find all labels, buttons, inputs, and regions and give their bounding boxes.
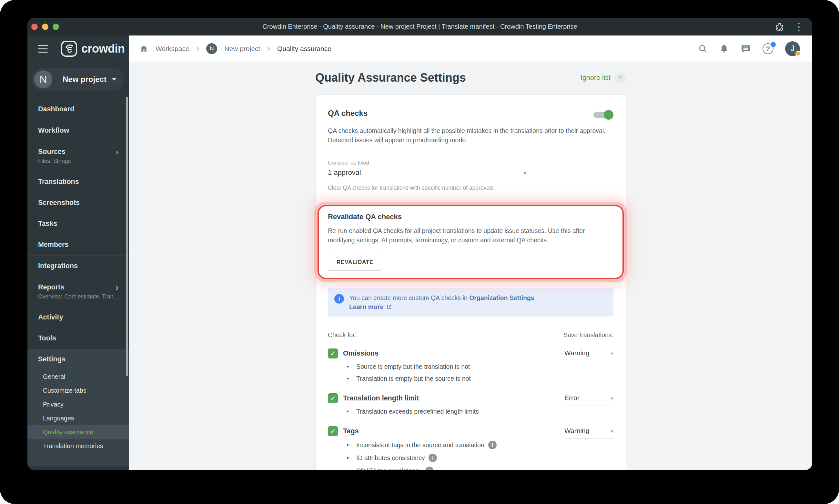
screenshot-frame: Crowdin Enterprise - Quality assurance -… <box>0 0 839 504</box>
organization-settings-link[interactable]: Organization Settings <box>469 294 534 301</box>
chevron-down-icon <box>112 78 117 81</box>
checks-list: ✓ Omissions • <box>328 348 613 470</box>
sidebar-item[interactable]: Translations › <box>28 171 129 192</box>
chevron-down-icon: ▾ <box>523 169 526 177</box>
crowdin-logo[interactable]: crowdin <box>61 40 125 57</box>
sidebar-item-settings[interactable]: Settings <box>28 349 129 370</box>
sidebar-item[interactable]: Sources › Files, Strings <box>28 141 129 171</box>
avatar-initial: J <box>791 44 795 53</box>
breadcrumb-project[interactable]: New project <box>224 45 260 53</box>
breadcrumb-current: Quality assurance <box>277 45 332 53</box>
consider-as-fixed-hint: Clear QA checks for translations with sp… <box>328 184 613 191</box>
check-row: ✓ Translation length limit <box>328 393 613 417</box>
help-icon[interactable]: ? <box>763 43 773 54</box>
sidebar-item-label: Settings <box>38 355 66 363</box>
user-avatar[interactable]: J <box>785 41 800 56</box>
check-bullet: • CDATA tag consistency i <box>346 467 497 470</box>
qa-checks-toggle[interactable] <box>593 110 613 120</box>
sidebar-item[interactable]: Tasks › <box>28 213 129 234</box>
qa-checks-description: QA checks automatically highlight all th… <box>328 126 613 145</box>
sidebar-item[interactable]: Members › <box>28 234 129 255</box>
breadcrumb-project-avatar: N <box>206 43 217 54</box>
check-bullet: • Source is empty but the translation is… <box>346 363 471 371</box>
sidebar: crowdin N New project Dashboard › <box>28 36 129 470</box>
settings-subitem-label: Quality assurance <box>43 429 93 436</box>
notifications-bell-icon[interactable] <box>719 44 729 54</box>
sidebar-item-label: Reports <box>38 283 64 291</box>
sidebar-item-label: Tasks <box>38 220 57 228</box>
consider-as-fixed-field: Consider as fixed 1 approval ▾ Clear QA … <box>328 160 613 191</box>
sidebar-item[interactable]: Screenshots › <box>28 192 129 213</box>
ignore-list-link[interactable]: Ignore list 0 <box>581 73 626 83</box>
check-bullets: • Source is empty but the translation is… <box>328 363 471 382</box>
check-label: Omissions <box>343 349 378 358</box>
severity-select[interactable]: Warning ▾ <box>565 349 613 361</box>
qa-checks-section: QA checks QA checks automatically highli… <box>328 109 613 191</box>
settings-subitem-label: Customize tabs <box>43 387 86 394</box>
severity-select[interactable]: Error ▾ <box>565 394 613 406</box>
sidebar-item[interactable]: Reports › Overview, Cost estimate, Tran… <box>28 277 129 307</box>
revalidate-button[interactable]: REVALIDATE <box>328 254 382 271</box>
sidebar-item[interactable]: Tools › <box>28 328 129 349</box>
extensions-icon[interactable] <box>775 22 784 32</box>
qa-checks-title: QA checks <box>328 109 368 118</box>
chevron-right-icon: › <box>115 149 119 155</box>
info-icon: i <box>334 294 344 304</box>
consider-as-fixed-select[interactable]: 1 approval ▾ <box>328 168 527 181</box>
settings-subitem-label: General <box>43 373 65 380</box>
ignore-list-count-badge: 0 <box>614 73 626 83</box>
revalidate-description: Re-run enabled QA checks for all project… <box>328 226 613 245</box>
sidebar-item-label: Integrations <box>38 262 78 270</box>
settings-subitem[interactable]: Customize tabs <box>28 384 129 397</box>
settings-subitem[interactable]: Privacy <box>28 397 129 411</box>
info-icon[interactable]: i <box>488 441 497 449</box>
check-row: ✓ Tags • <box>328 426 613 470</box>
search-icon[interactable] <box>698 44 708 54</box>
check-label: Translation length limit <box>343 394 419 402</box>
app-header: Workspace › N New project › Quality assu… <box>129 36 812 62</box>
hamburger-menu-icon[interactable] <box>38 45 48 53</box>
sidebar-item-subtitle: Overview, Cost estimate, Tran… <box>38 293 119 300</box>
check-bullets: • Translation exceeds predefined length … <box>328 408 479 415</box>
qa-settings-card: QA checks QA checks automatically highli… <box>315 94 626 470</box>
messages-icon[interactable] <box>740 43 751 54</box>
checkbox-checked[interactable]: ✓ <box>328 348 338 359</box>
home-icon[interactable] <box>139 44 148 53</box>
severity-select[interactable]: Warning ▾ <box>565 427 613 439</box>
window-title: Crowdin Enterprise - Quality assurance -… <box>28 23 812 30</box>
sidebar-item-label: Tools <box>38 334 56 342</box>
revalidate-title: Revalidate QA checks <box>328 213 613 221</box>
external-link-icon <box>386 304 392 310</box>
settings-subitem[interactable]: Languages <box>28 411 129 425</box>
breadcrumb-workspace[interactable]: Workspace <box>156 45 190 53</box>
save-translations-header: Save translations: <box>564 331 613 339</box>
sidebar-item[interactable]: Dashboard › <box>28 99 129 120</box>
sidebar-item[interactable]: Activity › <box>28 307 129 328</box>
browser-window: Crowdin Enterprise - Quality assurance -… <box>28 18 812 470</box>
settings-subnav: General Customize tabs Privacy <box>28 370 129 453</box>
info-icon[interactable]: i <box>425 467 434 470</box>
info-banner: i You can create more custom QA checks i… <box>328 288 613 317</box>
sidebar-scrollbar[interactable] <box>126 97 128 376</box>
revalidate-section: Revalidate QA checks Re-run enabled QA c… <box>328 213 613 271</box>
learn-more-link[interactable]: Learn more <box>349 302 534 311</box>
sidebar-item-label: Members <box>38 241 68 249</box>
sidebar-item-subtitle: Files, Strings <box>38 158 119 165</box>
main-area: Workspace › N New project › Quality assu… <box>129 36 812 470</box>
sidebar-item-label: Screenshots <box>38 199 80 207</box>
chevron-down-icon: ▾ <box>611 350 613 357</box>
settings-subitem[interactable]: Translation memories <box>28 439 129 453</box>
settings-subitem[interactable]: Quality assurance <box>28 425 129 439</box>
checkbox-checked[interactable]: ✓ <box>328 393 338 403</box>
sidebar-item[interactable]: Integrations › <box>28 255 129 277</box>
project-selector[interactable]: N New project <box>32 68 124 91</box>
check-bullet: • Translation exceeds predefined length … <box>346 408 479 415</box>
info-icon[interactable]: i <box>429 454 437 462</box>
sidebar-item[interactable]: Workflow › <box>28 120 129 141</box>
settings-subitem-label: Translation memories <box>43 443 103 449</box>
sidebar-item-label: Translations <box>38 178 79 186</box>
chevron-down-icon: ▾ <box>611 428 613 434</box>
settings-subitem[interactable]: General <box>28 370 129 384</box>
checkbox-checked[interactable]: ✓ <box>328 426 338 436</box>
sidebar-item-label: Workflow <box>38 126 69 134</box>
